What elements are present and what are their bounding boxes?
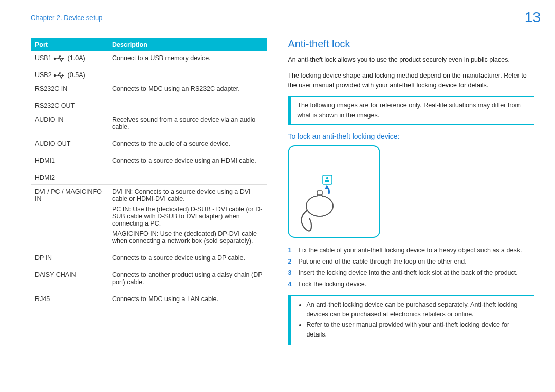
table-row: HDMI1 Connects to a source device using … [31,154,267,171]
table-row: RS232C IN Connects to MDC using an RS232… [31,82,267,99]
step-text: Lock the locking device. [298,279,366,289]
col-header-description: Description [108,38,267,51]
table-row: HDMI2 [31,171,267,185]
description-cell: Connect to a USB memory device. [108,51,267,68]
description-cell: Connects to another product using a dais… [108,268,267,292]
description-cell: Receives sound from a source device via … [108,113,267,137]
port-cell: AUDIO OUT [31,137,108,154]
table-row: USB2 (0.5A) [31,68,267,82]
usb-icon [53,55,66,62]
description-cell: Connects to MDC using an RS232C adapter. [108,82,267,99]
port-cell: HDMI2 [31,171,108,185]
port-cell: RS232C OUT [31,99,108,113]
col-header-port: Port [31,38,108,51]
ports-table: Port Description USB1 (1.0A)Connect to a… [31,38,267,309]
step-number: 3 [288,268,294,278]
svg-point-2 [59,55,61,57]
step-text: Insert the locking device into the anti-… [298,268,517,278]
port-cell: DP IN [31,251,108,268]
page-header: Chapter 2. Device setup 13 [0,0,555,29]
step-text: Fix the cable of your anti-theft locking… [298,245,522,255]
port-cell: HDMI1 [31,154,108,171]
description-cell: Connects to a source device using a DP c… [108,251,267,268]
description-cell: Connects to MDC using a LAN cable. [108,292,267,309]
svg-point-6 [59,72,61,74]
sub-section-title: To lock an anti-theft locking device: [288,132,534,140]
table-row: RS232C OUT [31,99,267,113]
table-row: DVI / PC / MAGICINFO IN DVI IN: Connects… [31,185,267,251]
lock-illustration [288,145,380,238]
table-row: AUDIO OUT Connects to the audio of a sou… [31,137,267,154]
port-cell: DAISY CHAIN [31,268,108,292]
step-item: 4Lock the locking device. [288,279,534,289]
step-number: 2 [288,256,294,267]
svg-point-9 [326,177,328,179]
note-bullet: Refer to the user manual provided with y… [306,320,528,340]
intro-paragraph-2: The locking device shape and locking met… [288,71,534,90]
table-row: USB1 (1.0A)Connect to a USB memory devic… [31,51,267,68]
step-text: Put one end of the cable through the loo… [298,256,466,267]
port-cell: USB2 (0.5A) [31,68,108,82]
step-item: 1Fix the cable of your anti-theft lockin… [288,245,534,255]
intro-paragraph-1: An anti-theft lock allows you to use the… [288,55,534,65]
description-cell: Connects to the audio of a source device… [108,137,267,154]
svg-rect-12 [317,191,322,195]
right-column: Anti-theft lock An anti-theft lock allow… [288,38,534,352]
port-cell: USB1 (1.0A) [31,51,108,68]
description-cell [108,171,267,185]
svg-rect-7 [61,77,62,79]
port-cell: RS232C IN [31,82,108,99]
note-text: The following images are for reference o… [297,102,520,119]
page-content: Port Description USB1 (1.0A)Connect to a… [0,29,555,352]
usb-icon [53,72,66,79]
description-cell: DVI IN: Connects to a source device usin… [108,185,267,251]
step-number: 4 [288,279,294,289]
port-cell: AUDIO IN [31,113,108,137]
chapter-link[interactable]: Chapter 2. Device setup [31,14,102,22]
step-number: 1 [288,245,294,255]
note-box-reference: The following images are for reference o… [288,96,534,125]
port-cell: DVI / PC / MAGICINFO IN [31,185,108,251]
description-cell [108,99,267,113]
table-row: DP IN Connects to a source device using … [31,251,267,268]
description-cell: Connects to a source device using an HDM… [108,154,267,171]
svg-rect-3 [61,60,62,62]
description-cell [108,68,267,82]
section-title: Anti-theft lock [288,38,534,50]
step-item: 2Put one end of the cable through the lo… [288,256,534,267]
lock-illustration-svg [289,146,379,237]
steps-list: 1Fix the cable of your anti-theft lockin… [288,245,534,289]
svg-rect-8 [323,175,332,184]
note-bullet: An anti-theft locking device can be purc… [306,300,528,320]
table-row: DAISY CHAIN Connects to another product … [31,268,267,292]
step-item: 3Insert the locking device into the anti… [288,268,534,278]
port-cell: RJ45 [31,292,108,309]
table-row: AUDIO IN Receives sound from a source de… [31,113,267,137]
left-column: Port Description USB1 (1.0A)Connect to a… [31,38,267,352]
page-number: 13 [525,9,541,26]
table-row: RJ45 Connects to MDC using a LAN cable. [31,292,267,309]
note-box-purchase: An anti-theft locking device can be purc… [288,295,534,345]
